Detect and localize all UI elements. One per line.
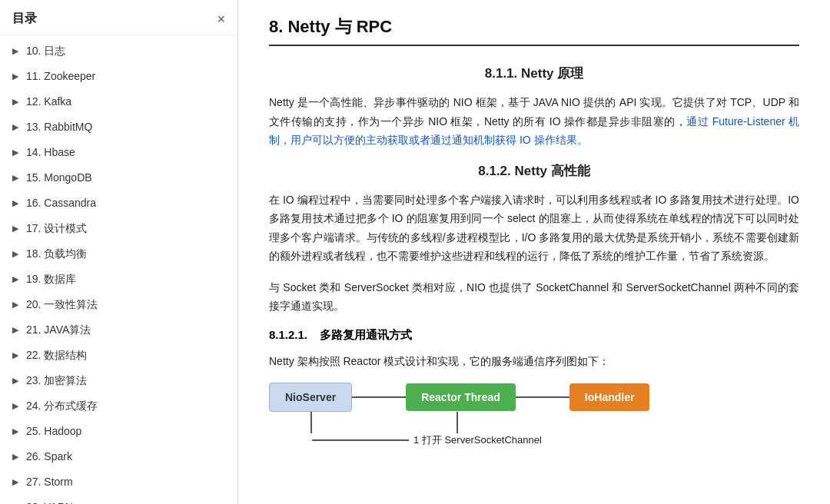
sidebar-item[interactable]: ▶27. Storm bbox=[0, 469, 237, 495]
section-8-1-2-para2: 与 Socket 类和 ServerSocket 类相对应，NIO 也提供了 S… bbox=[269, 278, 799, 316]
sidebar-item[interactable]: ▶11. Zookeeper bbox=[0, 64, 237, 89]
sidebar-item[interactable]: ▶12. Kafka bbox=[0, 89, 237, 114]
sidebar-arrow: ▶ bbox=[12, 45, 23, 58]
sidebar-item-label: 22. 数据结构 bbox=[26, 347, 87, 363]
sidebar-item[interactable]: ▶13. RabbitMQ bbox=[0, 114, 237, 140]
diagram-vline-row bbox=[269, 412, 507, 433]
sidebar-arrow: ▶ bbox=[12, 197, 23, 210]
section-8-1-2-1-title-row: 8.1.2.1. 多路复用通讯方式 bbox=[269, 328, 799, 343]
nio-vline-col bbox=[269, 412, 354, 433]
sidebar-item[interactable]: ▶26. Spark bbox=[0, 444, 237, 469]
sidebar-title: 目录 bbox=[12, 11, 37, 27]
nio-vline bbox=[310, 412, 312, 433]
sidebar-item[interactable]: ▶18. 负载均衡 bbox=[0, 241, 237, 267]
sidebar-item-label: 20. 一致性算法 bbox=[26, 297, 98, 313]
sidebar-arrow: ▶ bbox=[12, 374, 23, 387]
sidebar-close-button[interactable]: × bbox=[217, 12, 225, 26]
sidebar-arrow: ▶ bbox=[12, 450, 23, 463]
sidebar-item-label: 13. RabbitMQ bbox=[26, 119, 92, 135]
section-8-1-1-para: Netty 是一个高性能、异步事件驱动的 NIO 框架，基于 JAVA NIO … bbox=[269, 93, 799, 150]
sidebar-item[interactable]: ▶25. Hadoop bbox=[0, 419, 237, 444]
sidebar-arrow: ▶ bbox=[12, 400, 23, 413]
sidebar-arrow: ▶ bbox=[12, 95, 23, 108]
sidebar-item[interactable]: ▶22. 数据结构 bbox=[0, 343, 237, 368]
step-label-row: 1 打开 ServerSocketChannel bbox=[312, 433, 542, 447]
section-8-1-2: 8.1.2. Netty 高性能 在 IO 编程过程中，当需要同时处理多个客户端… bbox=[269, 162, 799, 316]
sidebar-arrow: ▶ bbox=[12, 323, 23, 337]
iohandler-box: IoHandler bbox=[569, 383, 650, 411]
sidebar-item[interactable]: ▶20. 一致性算法 bbox=[0, 292, 237, 317]
sidebar-arrow: ▶ bbox=[12, 247, 23, 260]
sidebar-item-label: 26. Spark bbox=[26, 449, 72, 465]
sidebar-arrow: ▶ bbox=[12, 121, 23, 134]
sidebar-item-label: 21. JAVA算法 bbox=[26, 322, 91, 338]
connector-line-1 bbox=[352, 396, 406, 398]
sidebar-item[interactable]: ▶17. 设计模式 bbox=[0, 216, 237, 241]
step-row: 1 打开 ServerSocketChannel bbox=[269, 433, 542, 447]
sidebar-item-label: 17. 设计模式 bbox=[26, 220, 87, 237]
section-8-1-2-1-label: 多路复用通讯方式 bbox=[320, 328, 412, 343]
sidebar-item-label: 28. YARN bbox=[26, 499, 73, 504]
reactor-thread-box: Reactor Thread bbox=[406, 383, 516, 411]
nioserver-box: NioServer bbox=[269, 383, 352, 412]
sidebar-arrow: ▶ bbox=[12, 222, 23, 235]
sidebar-item[interactable]: ▶21. JAVA算法 bbox=[0, 317, 237, 343]
diagram: NioServer Reactor Thread IoHandler bbox=[269, 383, 799, 447]
sidebar-item-label: 10. 日志 bbox=[26, 43, 65, 59]
section-8-1-1-title: 8.1.1. Netty 原理 bbox=[269, 65, 799, 82]
sidebar-item[interactable]: ▶16. Cassandra bbox=[0, 191, 237, 216]
diagram-top-row: NioServer Reactor Thread IoHandler bbox=[269, 383, 649, 412]
sidebar-arrow: ▶ bbox=[12, 146, 23, 159]
main-content: 8. Netty 与 RPC 8.1.1. Netty 原理 Netty 是一个… bbox=[238, 0, 830, 504]
sidebar-item-label: 19. 数据库 bbox=[26, 271, 76, 287]
sidebar-arrow: ▶ bbox=[12, 349, 23, 362]
reactor-vline-col bbox=[407, 412, 507, 433]
sidebar-arrow: ▶ bbox=[12, 476, 23, 489]
sidebar-item[interactable]: ▶28. YARN bbox=[0, 495, 237, 504]
sidebar-item[interactable]: ▶10. 日志 bbox=[0, 38, 237, 64]
sidebar-item-label: 16. Cassandra bbox=[26, 195, 96, 211]
section-8-1-2-para1: 在 IO 编程过程中，当需要同时处理多个客户端接入请求时，可以利用多线程或者 I… bbox=[269, 191, 799, 266]
section-8-1-2-title: 8.1.2. Netty 高性能 bbox=[269, 162, 799, 180]
sidebar-item-label: 23. 加密算法 bbox=[26, 373, 87, 389]
connector-line-2 bbox=[516, 396, 569, 398]
step-hline bbox=[312, 439, 409, 441]
sidebar-item-label: 12. Kafka bbox=[26, 94, 71, 110]
sidebar-arrow: ▶ bbox=[12, 171, 23, 184]
page-title: 8. Netty 与 RPC bbox=[269, 15, 799, 46]
reactor-vline bbox=[456, 412, 458, 433]
sidebar: 目录 × ▶10. 日志▶11. Zookeeper▶12. Kafka▶13.… bbox=[0, 0, 238, 504]
sidebar-arrow: ▶ bbox=[12, 70, 23, 83]
sidebar-item-label: 24. 分布式缓存 bbox=[26, 398, 98, 414]
sidebar-item[interactable]: ▶15. MongoDB bbox=[0, 165, 237, 191]
sidebar-list: ▶10. 日志▶11. Zookeeper▶12. Kafka▶13. Rabb… bbox=[0, 35, 237, 504]
sidebar-item[interactable]: ▶14. Hbase bbox=[0, 140, 237, 165]
sidebar-arrow: ▶ bbox=[12, 298, 23, 311]
section-8-1-1: 8.1.1. Netty 原理 Netty 是一个高性能、异步事件驱动的 NIO… bbox=[269, 65, 799, 150]
sidebar-item-label: 25. Hadoop bbox=[26, 423, 81, 439]
sidebar-arrow: ▶ bbox=[12, 501, 23, 504]
sidebar-item[interactable]: ▶23. 加密算法 bbox=[0, 368, 237, 393]
sidebar-item-label: 27. Storm bbox=[26, 474, 73, 490]
section-8-1-2-1: 8.1.2.1. 多路复用通讯方式 Netty 架构按照 Reactor 模式设… bbox=[269, 328, 799, 448]
sidebar-item-label: 15. MongoDB bbox=[26, 170, 92, 186]
section-8-1-2-1-num: 8.1.2.1. bbox=[269, 328, 307, 341]
sidebar-arrow: ▶ bbox=[12, 273, 23, 286]
sidebar-item-label: 18. 负载均衡 bbox=[26, 246, 87, 262]
sidebar-item-label: 11. Zookeeper bbox=[26, 68, 95, 85]
section-8-1-2-1-para: Netty 架构按照 Reactor 模式设计和实现，它的服务端通信序列图如下： bbox=[269, 352, 799, 371]
sidebar-item[interactable]: ▶19. 数据库 bbox=[0, 267, 237, 292]
sidebar-item[interactable]: ▶24. 分布式缓存 bbox=[0, 393, 237, 419]
sidebar-header: 目录 × bbox=[0, 0, 237, 35]
step-label: 1 打开 ServerSocketChannel bbox=[413, 433, 542, 447]
sidebar-arrow: ▶ bbox=[12, 425, 23, 438]
sidebar-item-label: 14. Hbase bbox=[26, 144, 75, 161]
